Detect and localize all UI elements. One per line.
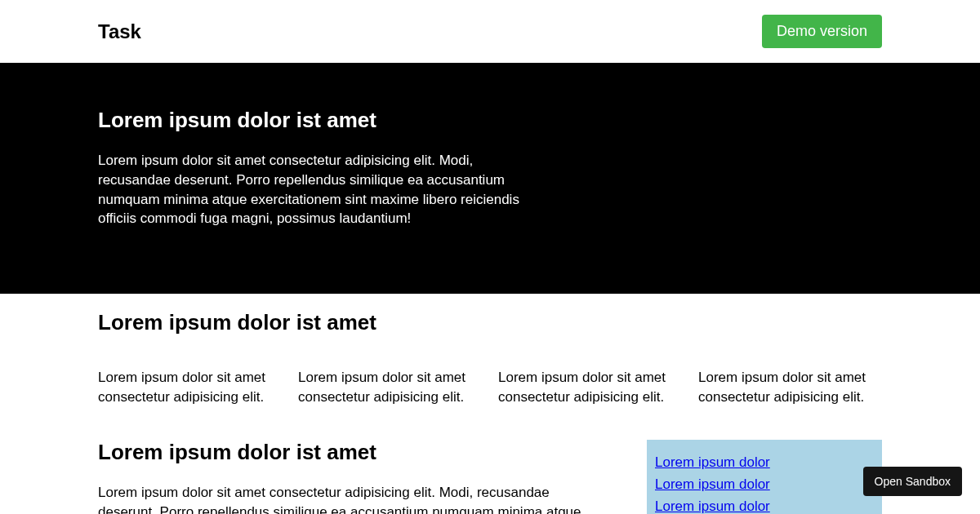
article-title: Lorem ipsum dolor ist amet bbox=[98, 440, 622, 465]
hero-body: Lorem ipsum dolor sit amet consectetur a… bbox=[98, 151, 523, 228]
article-body: Lorem ipsum dolor sit amet consectetur a… bbox=[98, 483, 588, 514]
article: Lorem ipsum dolor ist amet Lorem ipsum d… bbox=[98, 440, 622, 514]
features-title: Lorem ipsum dolor ist amet bbox=[98, 310, 882, 335]
open-sandbox-button[interactable]: Open Sandbox bbox=[863, 467, 962, 496]
hero-section: Lorem ipsum dolor ist amet Lorem ipsum d… bbox=[0, 63, 980, 294]
features-section: Lorem ipsum dolor ist amet Lorem ipsum d… bbox=[0, 294, 980, 432]
aside-links: Lorem ipsum dolor Lorem ipsum dolor Lore… bbox=[647, 440, 882, 514]
demo-version-button[interactable]: Demo version bbox=[762, 15, 882, 48]
aside-link[interactable]: Lorem ipsum dolor bbox=[655, 495, 874, 514]
feature-item: Lorem ipsum dolor sit amet consectetur a… bbox=[498, 368, 682, 407]
hero-title: Lorem ipsum dolor ist amet bbox=[98, 108, 882, 133]
aside-link[interactable]: Lorem ipsum dolor bbox=[655, 451, 874, 473]
feature-item: Lorem ipsum dolor sit amet consectetur a… bbox=[698, 368, 882, 407]
aside-link[interactable]: Lorem ipsum dolor bbox=[655, 473, 874, 495]
brand-title: Task bbox=[98, 20, 141, 43]
content-section: Lorem ipsum dolor ist amet Lorem ipsum d… bbox=[0, 432, 980, 514]
feature-item: Lorem ipsum dolor sit amet consectetur a… bbox=[98, 368, 282, 407]
header: Task Demo version bbox=[0, 0, 980, 63]
feature-item: Lorem ipsum dolor sit amet consectetur a… bbox=[298, 368, 482, 407]
